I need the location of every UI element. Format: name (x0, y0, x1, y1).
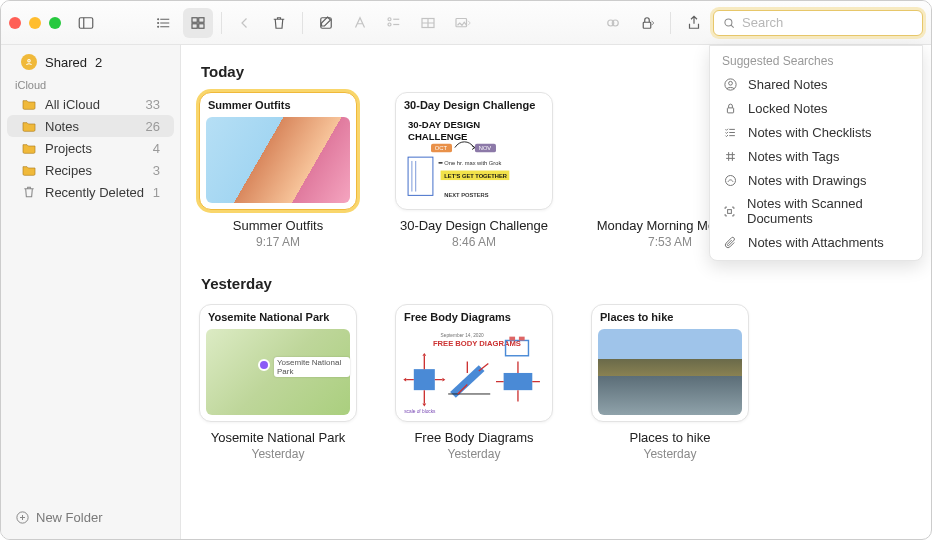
sidebar-item-count: 3 (153, 163, 160, 178)
plus-circle-icon (15, 510, 30, 525)
sidebar-shared-label: Shared (45, 55, 87, 70)
sidebar-item-label: Recipes (45, 163, 92, 178)
sidebar-item-recently-deleted[interactable]: Recently Deleted 1 (7, 181, 174, 203)
separator (670, 12, 671, 34)
sidebar-item-recipes[interactable]: Recipes 3 (7, 159, 174, 181)
svg-point-1 (158, 18, 159, 19)
svg-point-2 (158, 22, 159, 23)
share-icon (685, 14, 703, 32)
new-folder-button[interactable]: New Folder (1, 500, 180, 539)
suggested-label: Locked Notes (748, 101, 828, 116)
lock-button[interactable] (632, 8, 662, 38)
svg-text:CHALLENGE: CHALLENGE (408, 131, 467, 142)
note-meta: 8:46 AM (395, 235, 553, 249)
sidebar-shared[interactable]: Shared 2 (7, 51, 174, 73)
checklist-button[interactable] (379, 8, 409, 38)
folder-icon (21, 140, 37, 156)
suggested-checklists[interactable]: Notes with Checklists (710, 120, 922, 144)
checklist-icon (385, 14, 403, 32)
thumb-image (598, 329, 742, 415)
thumb-image: 30-DAY DESIGN CHALLENGE OCT NOV One hr. … (402, 117, 546, 203)
paperclip-icon (722, 234, 738, 250)
sidebar-item-label: Notes (45, 119, 79, 134)
svg-point-3 (158, 26, 159, 27)
svg-text:NOV: NOV (479, 145, 492, 151)
suggested-label: Shared Notes (748, 77, 828, 92)
svg-point-10 (388, 23, 391, 26)
compose-icon (317, 14, 335, 32)
lock-icon (638, 14, 656, 32)
suggested-label: Notes with Drawings (748, 173, 867, 188)
svg-text:scale of blocks: scale of blocks (404, 409, 436, 414)
note-meta: 9:17 AM (199, 235, 357, 249)
media-button[interactable] (447, 8, 477, 38)
suggested-label: Notes with Checklists (748, 125, 872, 140)
suggested-searches-popover: Suggested Searches Shared Notes Locked N… (709, 45, 923, 261)
suggested-label: Notes with Attachments (748, 235, 884, 250)
text-format-icon (351, 14, 369, 32)
svg-rect-5 (199, 17, 204, 22)
svg-point-22 (28, 60, 31, 63)
suggested-tags[interactable]: Notes with Tags (710, 144, 922, 168)
thumb-title: 30-Day Design Challenge (396, 93, 552, 113)
search-field[interactable] (713, 10, 923, 36)
sidebar-item-all-icloud[interactable]: All iCloud 33 (7, 93, 174, 115)
sidebar-item-label: Projects (45, 141, 92, 156)
toggle-sidebar-button[interactable] (71, 8, 101, 38)
thumb-title: Free Body Diagrams (396, 305, 552, 325)
delete-button[interactable] (264, 8, 294, 38)
svg-rect-0 (79, 17, 93, 28)
thumb-title: Places to hike (592, 305, 748, 325)
note-card-summer-outfits[interactable]: Summer Outfits Summer Outfits 9:17 AM (199, 92, 357, 249)
table-icon (419, 14, 437, 32)
note-card-places-to-hike[interactable]: Places to hike Places to hike Yesterday (591, 304, 749, 461)
checklist-icon (722, 124, 738, 140)
zoom-window-button[interactable] (49, 17, 61, 29)
link-icon (604, 14, 622, 32)
thumb-image: Yosemite National Park (206, 329, 350, 415)
svg-point-16 (725, 18, 732, 25)
folder-icon (21, 118, 37, 134)
map-pin-label: Yosemite National Park (274, 357, 350, 377)
svg-text:One hr. max with Grok: One hr. max with Grok (444, 160, 501, 166)
yesterday-grid: Yosemite National Park Yosemite National… (199, 304, 913, 461)
drawing-icon (722, 172, 738, 188)
back-button[interactable] (230, 8, 260, 38)
link-button[interactable] (598, 8, 628, 38)
minimize-window-button[interactable] (29, 17, 41, 29)
format-button[interactable] (345, 8, 375, 38)
note-card-free-body-diagrams[interactable]: Free Body Diagrams September 14, 2020 FR… (395, 304, 553, 461)
svg-rect-4 (192, 17, 197, 22)
sidebar: Shared 2 iCloud All iCloud 33 Notes 26 P… (1, 45, 181, 539)
share-button[interactable] (679, 8, 709, 38)
new-note-button[interactable] (311, 8, 341, 38)
svg-rect-21 (728, 209, 732, 213)
gallery-view-button[interactable] (183, 8, 213, 38)
note-thumbnail: 30-Day Design Challenge 30-DAY DESIGN CH… (395, 92, 553, 210)
sidebar-item-notes[interactable]: Notes 26 (7, 115, 174, 137)
search-input[interactable] (742, 15, 914, 30)
suggested-locked-notes[interactable]: Locked Notes (710, 96, 922, 120)
person-circle-icon (722, 76, 738, 92)
close-window-button[interactable] (9, 17, 21, 29)
svg-point-20 (725, 175, 735, 185)
folder-icon (21, 162, 37, 178)
note-thumbnail: Yosemite National Park Yosemite National… (199, 304, 357, 422)
svg-text:OCT: OCT (435, 145, 448, 151)
suggested-scanned[interactable]: Notes with Scanned Documents (710, 192, 922, 230)
list-view-button[interactable] (149, 8, 179, 38)
trash-icon (270, 14, 288, 32)
separator (302, 12, 303, 34)
suggested-shared-notes[interactable]: Shared Notes (710, 72, 922, 96)
table-button[interactable] (413, 8, 443, 38)
suggested-label: Notes with Tags (748, 149, 840, 164)
suggested-header: Suggested Searches (710, 46, 922, 72)
suggested-attachments[interactable]: Notes with Attachments (710, 230, 922, 254)
sidebar-item-projects[interactable]: Projects 4 (7, 137, 174, 159)
note-card-design-challenge[interactable]: 30-Day Design Challenge 30-DAY DESIGN CH… (395, 92, 553, 249)
suggested-label: Notes with Scanned Documents (747, 196, 910, 226)
suggested-drawings[interactable]: Notes with Drawings (710, 168, 922, 192)
svg-text:September 14, 2020: September 14, 2020 (441, 333, 485, 338)
note-card-yosemite[interactable]: Yosemite National Park Yosemite National… (199, 304, 357, 461)
sidebar-item-count: 33 (146, 97, 160, 112)
